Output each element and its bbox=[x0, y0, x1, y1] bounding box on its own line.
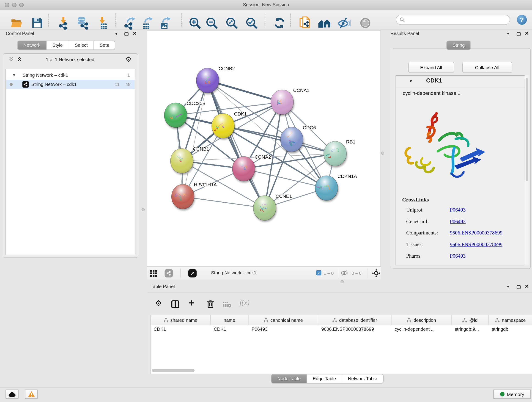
string-home-button[interactable] bbox=[317, 16, 331, 30]
memory-button[interactable]: Memory bbox=[493, 390, 531, 399]
table-panel-float-icon[interactable] bbox=[517, 285, 521, 289]
tab-network-table[interactable]: Network Table bbox=[342, 375, 383, 383]
column-header-canonical-name[interactable]: canonical name bbox=[249, 315, 318, 325]
import-network-from-database-button[interactable] bbox=[76, 16, 89, 30]
add-column-button[interactable]: + bbox=[188, 297, 194, 309]
new-network-from-selection-button[interactable] bbox=[298, 16, 312, 30]
table-cell[interactable]: stringdb bbox=[489, 325, 532, 334]
control-panel-float-icon[interactable] bbox=[124, 32, 128, 36]
glass-ball-effect-button[interactable] bbox=[359, 16, 372, 30]
tab-node-table[interactable]: Node Table bbox=[272, 375, 307, 383]
clear-table-button-disabled[interactable] bbox=[223, 301, 232, 308]
node-CDK1[interactable] bbox=[212, 114, 234, 138]
hidden-eye-slash-icon[interactable] bbox=[341, 270, 348, 276]
horizontal-splitter-handle[interactable] bbox=[341, 280, 344, 283]
node-CCNB1[interactable] bbox=[171, 148, 193, 173]
refresh-button[interactable] bbox=[273, 16, 286, 30]
tab-sets[interactable]: Sets bbox=[94, 41, 115, 50]
node-CCNE1[interactable] bbox=[253, 196, 276, 220]
node-CCNB2[interactable] bbox=[196, 68, 219, 93]
function-builder-button-disabled[interactable]: f(x) bbox=[240, 298, 250, 307]
edge-HIST1H1A-CCNE1[interactable] bbox=[183, 197, 265, 208]
vertical-splitter-handle[interactable] bbox=[142, 208, 145, 211]
collapse-all-button[interactable]: Collapse All bbox=[462, 62, 512, 73]
results-panel-close-icon[interactable]: ✕ bbox=[525, 31, 529, 36]
crosslink-value[interactable]: 9606.ENSP00000378699 bbox=[450, 230, 502, 236]
edge-CCNB2-CCNE1[interactable] bbox=[208, 80, 265, 208]
export-table-button[interactable] bbox=[141, 16, 155, 30]
crosslink-value[interactable]: P06493 bbox=[450, 207, 466, 212]
warnings-button[interactable] bbox=[25, 390, 38, 399]
zoom-selected-button[interactable] bbox=[245, 16, 259, 30]
control-panel-menu-icon[interactable]: ▼ bbox=[114, 32, 118, 36]
node-CCNA1[interactable] bbox=[271, 90, 293, 115]
zoom-fit-button[interactable] bbox=[225, 16, 239, 30]
zoom-out-button[interactable] bbox=[205, 16, 219, 30]
crosslink-value[interactable]: 9606.ENSP00000378699 bbox=[450, 242, 502, 247]
network-canvas[interactable]: CCNB2CCNA1CDC25BCDK1CDC6RB1CCNB1CCNA2CDK… bbox=[147, 30, 381, 267]
hide-string-style-button[interactable] bbox=[337, 16, 351, 30]
search-field[interactable] bbox=[396, 15, 510, 25]
help-button[interactable]: ? bbox=[517, 15, 527, 25]
control-panel-close-icon[interactable]: ✕ bbox=[133, 31, 137, 36]
column-header-namespace[interactable]: namespace bbox=[489, 315, 532, 325]
open-session-button[interactable] bbox=[10, 16, 23, 30]
column-header-shared-name[interactable]: shared name bbox=[151, 315, 211, 325]
results-panel-float-icon[interactable] bbox=[517, 32, 521, 36]
tab-network[interactable]: Network bbox=[18, 41, 46, 50]
table-cell[interactable]: CDK1 bbox=[151, 325, 211, 334]
table-panel-close-icon[interactable]: ✕ bbox=[525, 284, 529, 289]
node-CDKN1A[interactable] bbox=[315, 176, 338, 201]
edge-CCNB2-HIST1H1A[interactable] bbox=[183, 80, 208, 197]
search-input[interactable] bbox=[407, 17, 506, 23]
table-cell[interactable]: 9606.ENSP00000378699 bbox=[318, 325, 392, 334]
table-cell[interactable]: cyclin-dependent ... bbox=[392, 325, 452, 334]
tab-string[interactable]: String bbox=[447, 41, 471, 50]
table-row[interactable]: CDK1CDK1P064939606.ENSP00000378699cyclin… bbox=[151, 325, 532, 334]
tab-select[interactable]: Select bbox=[69, 41, 94, 50]
crosslink-value[interactable]: P06493 bbox=[450, 218, 466, 224]
table-cell[interactable]: CDK1 bbox=[211, 325, 249, 334]
network-row-selected[interactable]: String Network – cdk1 11 48 bbox=[6, 80, 135, 89]
horizontal-scrollbar-thumb[interactable] bbox=[152, 369, 195, 372]
node-HIST1H1A[interactable] bbox=[172, 184, 194, 209]
table-cell[interactable]: P06493 bbox=[249, 325, 318, 334]
table-panel-menu-icon[interactable]: ▼ bbox=[506, 285, 510, 289]
show-columns-button[interactable] bbox=[171, 300, 179, 308]
selected-nodes-checkbox[interactable]: ✓ bbox=[316, 270, 322, 275]
node-CDC6[interactable] bbox=[280, 127, 303, 152]
gene-collapse-arrow-icon[interactable]: ▼ bbox=[409, 79, 413, 83]
fit-selected-crosshair-button[interactable] bbox=[372, 269, 380, 278]
network-graph[interactable]: CCNB2CCNA1CDC25BCDK1CDC6RB1CCNB1CCNA2CDK… bbox=[147, 31, 380, 266]
import-network-button[interactable] bbox=[57, 16, 71, 30]
export-image-button[interactable] bbox=[159, 16, 172, 30]
column-header--id[interactable]: @id bbox=[452, 315, 489, 325]
edge-CDK1-RB1[interactable] bbox=[223, 126, 335, 154]
column-header-description[interactable]: description bbox=[392, 315, 452, 325]
results-scrollbar-thumb[interactable] bbox=[526, 78, 528, 181]
crosslink-value[interactable]: P06493 bbox=[450, 253, 466, 259]
edge-CCNB2-CCNA1[interactable] bbox=[208, 80, 282, 102]
delete-column-button[interactable] bbox=[207, 300, 215, 308]
collection-expand-arrow-icon[interactable]: ▼ bbox=[12, 73, 16, 77]
results-panel-menu-icon[interactable]: ▼ bbox=[506, 32, 510, 36]
node-CDC25B[interactable] bbox=[164, 103, 187, 128]
detach-view-button[interactable] bbox=[188, 269, 196, 278]
tab-edge-table[interactable]: Edge Table bbox=[307, 375, 342, 383]
vertical-splitter-handle[interactable] bbox=[381, 152, 385, 155]
network-collection-row[interactable]: ▼ String Network – cdk1 1 bbox=[6, 70, 135, 80]
column-header-name[interactable]: name bbox=[211, 315, 249, 325]
node-CCNA2[interactable] bbox=[232, 157, 255, 181]
expand-all-button[interactable]: Expand All bbox=[408, 62, 454, 73]
cloud-button[interactable] bbox=[6, 390, 19, 399]
view-grid-button[interactable] bbox=[150, 269, 157, 277]
export-network-button[interactable] bbox=[123, 16, 137, 30]
network-options-gear-icon[interactable]: ⚙ bbox=[126, 55, 132, 63]
node-RB1[interactable] bbox=[324, 141, 346, 166]
save-session-button[interactable] bbox=[30, 16, 44, 30]
table-cell[interactable]: stringdb:9... bbox=[452, 325, 489, 334]
network-overview-button[interactable] bbox=[165, 269, 173, 278]
tab-style[interactable]: Style bbox=[46, 41, 69, 50]
zoom-in-button[interactable] bbox=[188, 16, 202, 30]
import-table-button[interactable] bbox=[96, 16, 110, 30]
